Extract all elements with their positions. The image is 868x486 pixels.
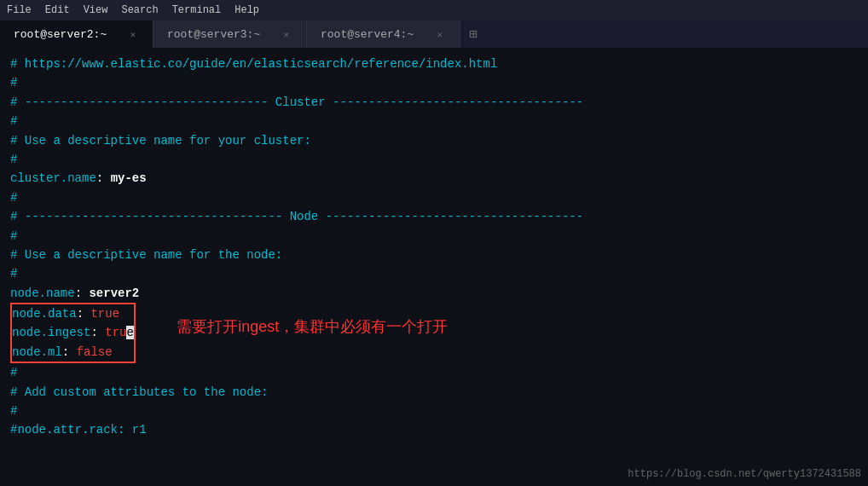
menu-terminal[interactable]: Terminal [172,4,222,16]
status-link: https://blog.csdn.net/qwerty1372431588 [628,466,861,483]
line-12: # [10,264,858,283]
line-19: # [10,402,858,420]
menu-view[interactable]: View [84,4,108,16]
menu-file[interactable]: File [7,4,32,16]
line-14: node.data: true [12,304,134,323]
annotation: 需要打开ingest，集群中必须有一个打开 [176,315,448,339]
tab-server4-label: root@server4:~ [321,28,414,41]
tab-server2-label: root@server2:~ [14,28,107,41]
line-10: # [10,227,858,246]
line-16: node.ml: false [12,343,134,362]
line-6: # [10,150,858,169]
menu-search[interactable]: Search [121,4,158,16]
line-1: # https://www.elastic.co/guide/en/elasti… [10,55,858,73]
menu-edit[interactable]: Edit [45,4,70,16]
menu-bar: File Edit View Search Terminal Help [0,0,868,20]
line-3: # ---------------------------------- Clu… [10,93,858,112]
tab-new[interactable]: ⊞ [460,20,486,48]
line-5: # Use a descriptive name for your cluste… [10,131,858,150]
tab-server4[interactable]: root@server4:~ ✕ [307,20,460,48]
tab-server3-close[interactable]: ✕ [280,27,292,42]
tab-server2[interactable]: root@server2:~ ✕ [0,20,153,48]
line-7: cluster.name: my-es [10,169,858,188]
tab-bar: root@server2:~ ✕ root@server3:~ ✕ root@s… [0,20,868,48]
tab-server4-close[interactable]: ✕ [433,27,446,42]
line-20: #node.attr.rack: r1 [10,420,858,439]
line-15: node.ingest: true [12,323,134,342]
line-4: # [10,112,858,130]
line-8: # [10,188,858,207]
boxed-section: node.data: true node.ingest: true node.m… [10,303,136,363]
line-9: # ------------------------------------ N… [10,207,858,226]
menu-help[interactable]: Help [234,4,259,16]
terminal-content: # https://www.elastic.co/guide/en/elasti… [10,55,858,440]
line-18: # Add custom attributes to the node: [10,383,858,402]
line-13: node.name: server2 [10,284,858,303]
terminal[interactable]: # https://www.elastic.co/guide/en/elasti… [0,48,868,486]
line-11: # Use a descriptive name for the node: [10,246,858,264]
new-tab-icon: ⊞ [469,26,477,43]
line-17: # [10,363,858,382]
tab-server2-close[interactable]: ✕ [126,27,139,42]
app-window: File Edit View Search Terminal Help root… [0,0,868,486]
tab-server3-label: root@server3:~ [167,28,260,41]
tab-server3[interactable]: root@server3:~ ✕ [153,20,307,48]
line-2: # [10,73,858,92]
